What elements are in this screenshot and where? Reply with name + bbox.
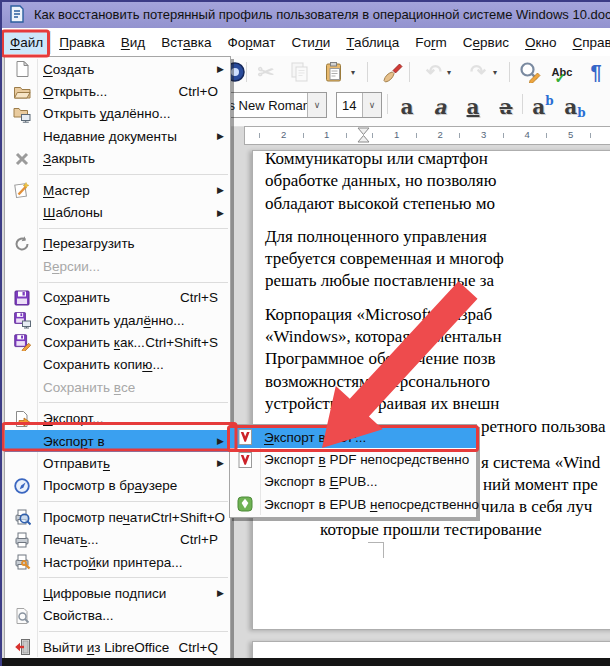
dropdown-caret-icon[interactable]: ▾ — [447, 68, 451, 77]
cut-icon[interactable]: ✂ — [253, 59, 279, 85]
formatting-marks-icon[interactable]: ¶ — [583, 59, 609, 85]
file-menu-item-12[interactable]: СохранитьCtrl+S — [5, 287, 230, 309]
menubar-item-3[interactable]: Вставка — [153, 31, 219, 54]
submenu-arrow-icon: ▶ — [217, 131, 224, 141]
menubar-item-6[interactable]: Таблица — [338, 31, 407, 54]
file-menu-item-30[interactable]: Выйти из LibreOfficeCtrl+Q — [5, 636, 230, 658]
printer-icon — [9, 531, 34, 549]
document-text-line: ний момент пре — [483, 475, 598, 495]
underline-button[interactable]: a — [459, 92, 487, 118]
redo-icon[interactable]: ↷ — [465, 59, 491, 85]
file-menu-item-24[interactable]: Печать...Ctrl+P — [5, 528, 230, 550]
font-size-dropdown-icon[interactable]: ∨ — [362, 93, 381, 117]
spelling-icon[interactable]: Abc✓ — [549, 59, 575, 85]
menu-item-label: Сохранить копию... — [43, 357, 164, 372]
export-submenu-item-2[interactable]: Экспорт в EPUB... — [230, 471, 476, 493]
export-submenu-item-3[interactable]: Экспорт в EPUB непосредственно — [230, 493, 476, 515]
file-menu-item-13[interactable]: Сохранить удалённо... — [5, 309, 230, 331]
submenu-arrow-icon: ▶ — [217, 458, 224, 468]
document-text-line: Корпорация «Microsoft» разраб — [265, 305, 492, 325]
file-menu-item-28[interactable]: Свойства... — [5, 605, 230, 627]
toolbar-separator — [409, 62, 410, 82]
new-doc-icon — [9, 60, 34, 78]
undo-icon[interactable]: ↶ — [421, 59, 447, 85]
file-menu-item-4[interactable]: Закрыть — [5, 148, 230, 170]
menu-item-label: Сохранить как... — [43, 335, 145, 350]
file-menu-item-14[interactable]: Сохранить как...Ctrl+Shift+S — [5, 331, 230, 353]
file-menu: Создать▶Открыть...Ctrl+OОткрыть удалённо… — [4, 56, 231, 660]
bold-button[interactable]: a — [393, 92, 421, 118]
font-size-value: 14 — [337, 98, 362, 113]
ruler-number: 2 — [281, 129, 286, 140]
file-menu-separator — [5, 224, 230, 233]
file-menu-item-25[interactable]: Настройки принтера... — [5, 551, 230, 573]
print-preview-toggle-icon[interactable] — [229, 59, 255, 85]
file-menu-item-27[interactable]: Цифровые подписи▶ — [5, 582, 230, 604]
menu-item-label: Экспорт в PDF непосредственно — [264, 452, 469, 467]
file-menu-item-23[interactable]: Просмотр печатиCtrl+Shift+O — [5, 506, 230, 528]
file-menu-item-10[interactable]: Версии... — [5, 255, 230, 277]
epub-icon — [234, 495, 256, 513]
file-menu-item-0[interactable]: Создать▶ — [5, 58, 230, 80]
file-menu-item-7[interactable]: Шаблоны▶ — [5, 201, 230, 223]
menubar-item-7[interactable]: Form — [407, 31, 455, 54]
menu-item-label: Закрыть — [43, 151, 95, 166]
strikethrough-button[interactable]: a — [492, 92, 520, 118]
exit-icon — [9, 638, 34, 656]
superscript-button[interactable]: ab — [529, 92, 557, 118]
font-name-dropdown-icon[interactable]: ∨ — [307, 93, 326, 117]
font-size-combobox[interactable]: 14∨ — [336, 92, 382, 118]
ruler-tick — [416, 133, 417, 138]
menu-item-shortcut: Ctrl+Q — [179, 640, 230, 655]
menu-item-label: Сохранить удалённо... — [43, 313, 185, 328]
indent-marker[interactable] — [357, 127, 370, 147]
ruler-tick — [546, 133, 547, 138]
menubar-item-2[interactable]: Вид — [113, 31, 153, 54]
document-text-line: я система «Wind — [481, 453, 600, 473]
document-text-line: ретного пользова — [481, 417, 605, 437]
italic-button[interactable]: a — [426, 92, 454, 118]
menubar-item-10[interactable]: Справка — [564, 31, 610, 54]
export-submenu-item-1[interactable]: Экспорт в PDF непосредственно — [230, 448, 476, 470]
file-menu-item-1[interactable]: Открыть...Ctrl+O — [5, 80, 230, 102]
paste-icon[interactable] — [321, 59, 347, 85]
export-to-submenu: Экспорт в PDF...Экспорт в PDF непосредст… — [229, 424, 477, 518]
file-menu-item-19[interactable]: Экспорт в▶ — [5, 430, 230, 452]
subscript-button[interactable]: ab — [561, 92, 589, 118]
file-menu-item-16[interactable]: Сохранить все — [5, 376, 230, 398]
standard-toolbar: Times New Roman∨14∨aaaaabab ✂▾↶▾↷▾Abc✓¶ — [229, 56, 610, 127]
dropdown-caret-icon[interactable]: ▾ — [351, 68, 355, 77]
menubar-item-1[interactable]: Правка — [51, 31, 113, 54]
window-bottom-edge — [0, 658, 610, 666]
file-menu-item-9[interactable]: Перезагрузить — [5, 233, 230, 255]
menubar-item-9[interactable]: Окно — [517, 31, 564, 54]
submenu-arrow-icon: ▶ — [217, 64, 224, 74]
file-menu-item-3[interactable]: Недавние документы▶ — [5, 125, 230, 147]
menu-item-label: Создать — [43, 62, 94, 77]
file-menu-item-2[interactable]: Открыть удалённо... — [5, 103, 230, 125]
submenu-arrow-icon: ▶ — [217, 588, 224, 598]
document-text-line: решать любые поставленные за — [265, 271, 494, 291]
ruler-number: 4 — [525, 129, 530, 140]
menu-item-label: Версии... — [43, 259, 100, 274]
menu-item-label: Отправить — [43, 456, 110, 471]
dropdown-caret-icon[interactable]: ▾ — [493, 68, 497, 77]
document-text-line: устройств, настраивая их внешн — [265, 394, 499, 414]
menubar-item-8[interactable]: Сервис — [455, 31, 517, 54]
document-text-line: чила в себя луч — [481, 497, 592, 517]
file-menu-item-15[interactable]: Сохранить копию... — [5, 354, 230, 376]
file-menu-item-21[interactable]: Просмотр в браузере — [5, 475, 230, 497]
find-replace-icon[interactable] — [517, 59, 543, 85]
menubar-item-4[interactable]: Формат — [219, 31, 283, 54]
clone-formatting-icon[interactable] — [379, 59, 405, 85]
menu-item-label: Просмотр печати — [43, 510, 151, 525]
document-text-line: Для полноценного управления — [265, 227, 487, 247]
export-submenu-item-0[interactable]: Экспорт в PDF... — [230, 426, 476, 448]
file-menu-item-18[interactable]: Экспорт... — [5, 407, 230, 429]
menubar-item-5[interactable]: Стили — [283, 31, 338, 54]
menubar-item-0[interactable]: Файл — [2, 31, 51, 54]
file-menu-item-6[interactable]: Мастер▶ — [5, 179, 230, 201]
copy-icon[interactable] — [287, 59, 313, 85]
document-page-next[interactable] — [252, 641, 610, 658]
file-menu-item-20[interactable]: Отправить▶ — [5, 452, 230, 474]
